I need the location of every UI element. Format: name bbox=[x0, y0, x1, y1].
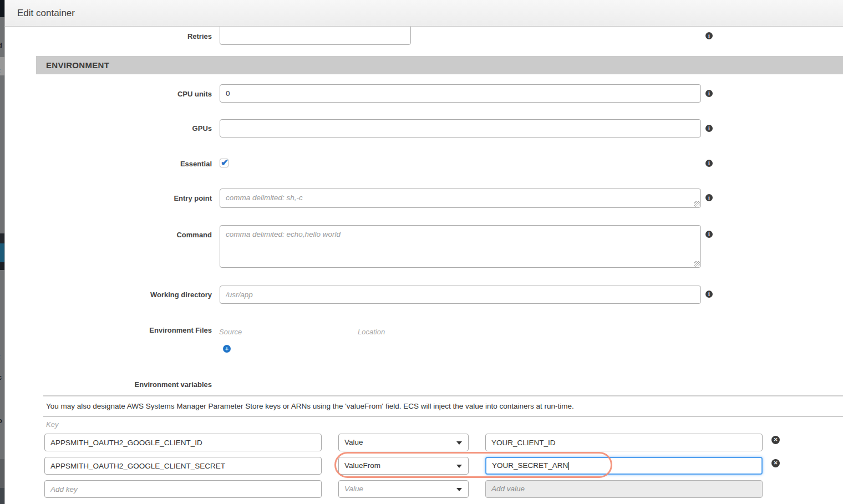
retries-input[interactable] bbox=[220, 24, 411, 45]
page-edge-strip: d t t c o bbox=[0, 0, 4, 504]
edge-text-fragment: o bbox=[0, 416, 2, 425]
env-var-value-placeholder: Add value bbox=[491, 485, 525, 493]
command-input[interactable] bbox=[220, 225, 701, 268]
chevron-down-icon bbox=[456, 441, 462, 445]
command-info-icon[interactable]: i bbox=[705, 231, 713, 238]
essential-checkbox[interactable]: ✔ bbox=[220, 159, 228, 167]
gpus-info-icon[interactable]: i bbox=[705, 125, 713, 132]
env-var-key-input[interactable] bbox=[44, 480, 322, 498]
gpus-label: GPUs bbox=[95, 124, 212, 133]
edge-dark-top bbox=[0, 0, 4, 17]
environment-section-bar: ENVIRONMENT bbox=[36, 56, 843, 74]
resize-handle-icon[interactable] bbox=[694, 261, 700, 267]
chevron-down-icon bbox=[456, 465, 462, 468]
checkmark-icon: ✔ bbox=[221, 157, 228, 169]
env-variables-note: You may also designate AWS Systems Manag… bbox=[46, 402, 656, 410]
environment-variables-label: Environment variables bbox=[95, 380, 212, 389]
delete-env-var-button[interactable]: ✕ bbox=[771, 436, 780, 444]
env-var-value-input-focused[interactable]: YOUR_SECRET_ARN bbox=[485, 457, 763, 475]
edge-dark-band-2 bbox=[0, 262, 4, 270]
working-directory-label: Working directory bbox=[95, 291, 212, 299]
text-cursor bbox=[568, 462, 569, 470]
env-var-type-select[interactable]: Value bbox=[338, 434, 469, 451]
env-var-type-select[interactable]: ValueFrom bbox=[338, 457, 469, 475]
env-files-source-header: Source bbox=[219, 328, 242, 336]
edge-text-fragment: d bbox=[0, 41, 2, 49]
chevron-down-icon bbox=[456, 488, 462, 491]
environment-section-title: ENVIRONMENT bbox=[46, 60, 109, 70]
env-var-key-input[interactable] bbox=[44, 434, 322, 451]
delete-env-var-button[interactable]: ✕ bbox=[771, 459, 780, 467]
essential-info-icon[interactable]: i bbox=[705, 160, 713, 167]
divider bbox=[43, 395, 843, 396]
panel-header: Edit container bbox=[4, 0, 843, 27]
resize-handle-icon[interactable] bbox=[694, 201, 700, 207]
env-var-type-value: Value bbox=[344, 438, 363, 446]
working-directory-input[interactable] bbox=[220, 286, 701, 304]
edge-dark-bottom bbox=[0, 488, 4, 504]
environment-files-label: Environment Files bbox=[95, 326, 212, 334]
working-directory-info-icon[interactable]: i bbox=[705, 291, 713, 298]
env-var-type-value: ValueFrom bbox=[344, 461, 380, 470]
gpus-input[interactable] bbox=[220, 119, 701, 138]
retries-info-icon[interactable]: i bbox=[705, 32, 713, 39]
command-label: Command bbox=[95, 231, 212, 239]
edge-text-fragment: c bbox=[0, 373, 2, 381]
env-var-value-text: YOUR_SECRET_ARN bbox=[492, 461, 568, 470]
env-var-value-input[interactable] bbox=[485, 434, 763, 451]
env-var-key-input[interactable] bbox=[44, 457, 322, 475]
essential-label: Essential bbox=[95, 160, 212, 168]
env-var-value-input-disabled: Add value bbox=[485, 480, 763, 498]
retries-label: Retries bbox=[95, 32, 212, 40]
edge-blue-band bbox=[0, 243, 4, 262]
entry-point-info-icon[interactable]: i bbox=[705, 194, 713, 201]
panel-title: Edit container bbox=[17, 8, 75, 19]
edge-mid-band bbox=[0, 459, 4, 488]
cpu-units-input[interactable] bbox=[220, 84, 701, 103]
env-var-type-select[interactable]: Value bbox=[338, 480, 469, 498]
cpu-units-label: CPU units bbox=[95, 90, 212, 98]
entry-point-label: Entry point bbox=[95, 194, 212, 202]
cpu-units-info-icon[interactable]: i bbox=[705, 90, 713, 97]
env-var-key-header: Key bbox=[46, 420, 58, 429]
env-files-location-header: Location bbox=[358, 328, 385, 336]
entry-point-input[interactable] bbox=[220, 189, 701, 208]
divider bbox=[43, 416, 843, 417]
env-var-type-placeholder: Value bbox=[344, 485, 363, 493]
edge-light-band bbox=[0, 57, 4, 75]
add-environment-file-button[interactable]: + bbox=[223, 345, 231, 353]
edge-dark-band bbox=[0, 233, 4, 243]
